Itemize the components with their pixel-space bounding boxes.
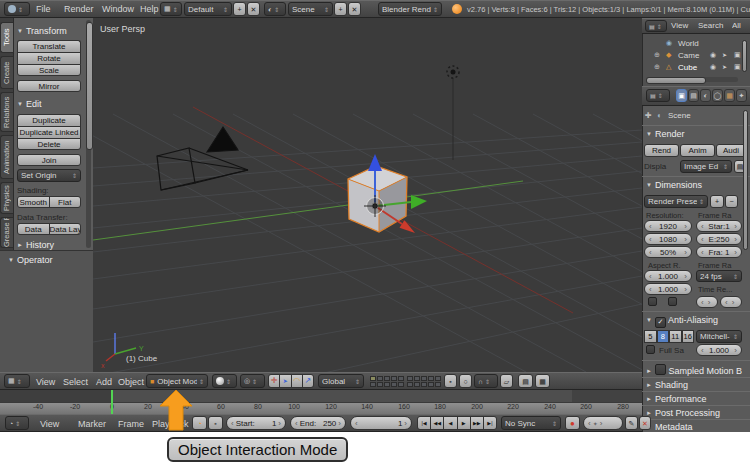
add-menu[interactable]: Add — [96, 377, 112, 387]
mirror-button[interactable]: Mirror — [17, 80, 81, 92]
pin-icon[interactable]: ✚ — [645, 111, 652, 120]
frame-start-field-timeline[interactable]: Start:1 — [226, 416, 286, 430]
rotate-button[interactable]: Rotate — [17, 52, 81, 64]
jump-to-end-button[interactable]: ▶| — [483, 416, 497, 430]
interaction-mode-dropdown[interactable]: ■Object Mode — [146, 374, 208, 388]
panel-header-dimensions[interactable]: Dimensions — [646, 180, 702, 190]
preset-add-button[interactable]: + — [710, 195, 724, 208]
aa-samples-16-button[interactable]: 16 — [682, 330, 695, 343]
panel-header-shading[interactable]: Shading — [646, 380, 688, 390]
insert-keyframe-button[interactable]: ✎ — [625, 416, 638, 430]
panel-header-operator[interactable]: Operator — [8, 255, 52, 265]
outliner-search-menu[interactable]: Search — [698, 21, 723, 30]
outliner-row-cube[interactable]: ⊕ △ Cube ◉ ➤ ▣ — [644, 62, 740, 73]
menu-render[interactable]: Render — [64, 4, 94, 14]
properties-tab-render[interactable]: ▣ — [676, 89, 687, 102]
resolution-x-field[interactable]: 1920 — [644, 220, 692, 232]
frame-end-field-timeline[interactable]: End:250 — [290, 416, 346, 430]
jump-to-start-button[interactable]: |◀ — [417, 416, 431, 430]
properties-tab-physics[interactable]: ✦ — [736, 89, 747, 102]
smooth-button[interactable]: Smooth — [17, 196, 50, 208]
toolshelf-scrollbar-thumb[interactable] — [86, 22, 93, 150]
outliner-hscrollbar[interactable] — [646, 77, 738, 82]
aa-samples-5-button[interactable]: 5 — [644, 330, 657, 343]
tab-animation[interactable]: Animation — [0, 135, 13, 179]
tab-relations[interactable]: Relations — [0, 92, 13, 132]
viewport-canvas[interactable]: Y x — [93, 18, 642, 372]
opengl-render-anim-button[interactable]: ▦ — [535, 374, 550, 388]
object-menu[interactable]: Object — [118, 377, 144, 387]
manipulator-scale-button[interactable]: ↗ — [302, 374, 314, 388]
translate-button[interactable]: Translate — [17, 40, 81, 52]
properties-tab-object[interactable]: ▦ — [724, 89, 735, 102]
frame-step-field[interactable]: Fra: 1 — [696, 246, 742, 258]
panel-header-anti-aliasing[interactable]: ✓ Anti-Aliasing — [646, 315, 718, 328]
scene-selector[interactable]: Scene — [288, 2, 333, 16]
opengl-render-still-button[interactable]: ▤ — [518, 374, 533, 388]
snap-element-button[interactable]: ▱ — [500, 374, 513, 388]
delete-keyframe-button[interactable]: ✕ — [639, 416, 651, 430]
aspect-x-field[interactable]: 1.000 — [644, 270, 692, 282]
tab-grease-pencil[interactable]: Grease Pencil — [0, 217, 13, 248]
auto-keyframe-record-button[interactable]: ● — [565, 416, 580, 430]
aa-samples-8-button[interactable]: 8 — [657, 330, 670, 343]
filter-size-field[interactable]: 1.000 — [696, 344, 742, 356]
time-remap-new-field[interactable] — [720, 296, 742, 308]
frame-start-field[interactable]: Star:1 — [696, 220, 742, 232]
next-keyframe-button[interactable]: ▶▶ — [470, 416, 484, 430]
lock-to-scene-button[interactable]: ▪ — [444, 374, 457, 388]
properties-tab-render-layers[interactable]: ▤ — [688, 89, 699, 102]
render-animation-button[interactable]: Anim — [680, 144, 715, 157]
aa-filter-dropdown[interactable]: Mitchell- — [696, 330, 742, 343]
transform-orientation-dropdown[interactable]: Global — [318, 374, 364, 388]
menu-window[interactable]: Window — [102, 4, 134, 14]
render-audio-button[interactable]: Audi — [716, 144, 746, 157]
play-reverse-button[interactable]: ◀ — [443, 416, 457, 430]
aa-samples-11-button[interactable]: 11 — [669, 330, 682, 343]
proportional-edit-button[interactable]: ○ — [459, 374, 472, 388]
keying-set-field[interactable]: ✦ — [583, 416, 623, 430]
timeline-view-menu[interactable]: View — [40, 419, 59, 429]
crop-checkbox[interactable] — [668, 297, 677, 306]
visibility-eye-icon[interactable]: ◉ — [710, 51, 716, 59]
timeline-marker-menu[interactable]: Marker — [78, 419, 106, 429]
outliner-vscrollbar-thumb[interactable] — [742, 40, 747, 72]
border-checkbox[interactable] — [648, 297, 657, 306]
select-menu[interactable]: Select — [63, 377, 88, 387]
tab-create[interactable]: Create — [0, 56, 13, 89]
menu-help[interactable]: Help — [140, 4, 159, 14]
panel-header-transform[interactable]: Transform — [17, 26, 67, 36]
viewport-shading-dropdown[interactable] — [212, 374, 237, 388]
audio-sync-dropdown[interactable]: No Sync — [501, 416, 561, 430]
editor-type-outliner-button[interactable]: ▤ — [645, 20, 667, 32]
outliner-row-world[interactable]: ◉ World — [644, 38, 740, 49]
aspect-y-field[interactable]: 1.000 — [644, 283, 692, 295]
editor-type-3dview-button[interactable]: ▦ — [4, 374, 30, 388]
snap-dropdown[interactable]: ∩ — [474, 374, 498, 388]
outliner-hscrollbar-thumb[interactable] — [646, 77, 706, 84]
manipulator-rotate-button[interactable]: ◠ — [291, 374, 303, 388]
frame-end-field[interactable]: E:250 — [696, 233, 742, 245]
preset-remove-button[interactable]: − — [725, 195, 738, 208]
screen-layout-icon-button[interactable]: ▦ — [160, 2, 182, 16]
lock-frame-toggle[interactable]: ▪ — [208, 416, 223, 430]
anti-aliasing-checkbox[interactable]: ✓ — [655, 317, 666, 328]
toolshelf-scrollbar[interactable] — [86, 20, 91, 248]
panel-header-edit[interactable]: Edit — [17, 99, 41, 109]
scene-icon-button[interactable]: ◐ — [264, 2, 286, 16]
full-sample-checkbox[interactable] — [646, 345, 655, 354]
time-remap-old-field[interactable] — [696, 296, 718, 308]
motion-blur-checkbox[interactable] — [655, 364, 666, 375]
flat-button[interactable]: Flat — [49, 196, 82, 208]
panel-header-history[interactable]: History — [17, 240, 54, 250]
layout-add-button[interactable]: + — [233, 2, 246, 16]
panel-header-metadata[interactable]: Metadata — [646, 422, 692, 432]
panel-header-sampled-motion-blur[interactable]: Sampled Motion B — [646, 364, 742, 376]
duplicate-button[interactable]: Duplicate — [17, 114, 81, 126]
prev-keyframe-button[interactable]: ◀◀ — [430, 416, 444, 430]
view-menu[interactable]: View — [36, 377, 55, 387]
delete-button[interactable]: Delete — [17, 138, 81, 150]
playhead[interactable] — [111, 390, 113, 414]
properties-scrollbar-thumb[interactable] — [743, 110, 748, 250]
layout-close-button[interactable]: ✕ — [247, 2, 260, 16]
